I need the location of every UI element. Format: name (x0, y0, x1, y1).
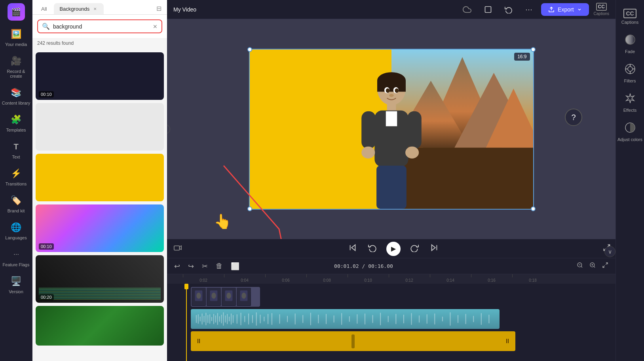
copy-button[interactable]: ⬜ (228, 260, 242, 272)
search-clear-icon[interactable]: ✕ (153, 23, 158, 30)
rotate-button[interactable] (501, 3, 517, 16)
panel-scroll-down[interactable]: ⊟ (154, 3, 164, 14)
bg-track-end-handle[interactable]: ⏸ (503, 338, 512, 345)
audio-track-content (173, 309, 612, 329)
filters-icon (625, 63, 636, 77)
svg-rect-90 (326, 314, 327, 324)
brand-kit-icon: 🏷️ (10, 194, 23, 207)
canvas-handle-br[interactable] (531, 206, 536, 211)
more-options-button[interactable]: ⋯ (521, 3, 536, 16)
bg-track-clip[interactable]: ⏸ ⏸ (191, 331, 515, 351)
svg-rect-74 (237, 314, 237, 324)
right-tool-captions[interactable]: CC Captions (616, 5, 644, 29)
help-button[interactable]: ? (565, 109, 582, 126)
playhead-handle[interactable] (184, 284, 188, 289)
media-item-dark[interactable]: 00:10 (36, 52, 164, 100)
media-item-light[interactable] (36, 103, 164, 151)
sidebar-item-languages[interactable]: 🌐 Languages (0, 217, 32, 244)
tab-close-icon[interactable]: ✕ (92, 6, 98, 12)
timeline-ruler: 0:02 0:04 0:06 0:08 0:10 0:12 0:14 0:16 … (167, 274, 616, 284)
zoom-controls (574, 260, 611, 272)
svg-point-114 (628, 67, 633, 71)
svg-rect-109 (473, 316, 474, 322)
search-input[interactable] (53, 23, 150, 30)
play-button[interactable]: ▶ (386, 242, 401, 256)
sidebar-item-content-library[interactable]: 📚 Content library (0, 82, 32, 109)
captions-tool[interactable]: CC Captions (594, 3, 609, 16)
timeline-area: ↩ ↪ ✂ 🗑 ⬜ 00:01.02 / 00:16.00 (167, 258, 616, 361)
media-item-yellow[interactable] (36, 154, 164, 201)
webcam-button[interactable] (172, 242, 184, 256)
sidebar-item-templates[interactable]: 🧩 Templates (0, 109, 32, 136)
tab-backgrounds[interactable]: Backgrounds ✕ (54, 3, 104, 14)
canvas-handle-tl[interactable] (247, 47, 252, 52)
timeline-tracks: ⏸ ⏸ (167, 284, 616, 361)
timeline-time: 00:01.02 / 00:16.00 (334, 263, 393, 269)
skip-next-button[interactable] (428, 242, 440, 256)
sidebar-item-feature-flags[interactable]: ⋯ Feature Flags (0, 244, 32, 271)
right-tool-captions-label: Captions (621, 20, 638, 25)
right-sidebar: CC Captions Fade Filters Effects Adjust … (616, 0, 644, 361)
sidebar-item-label: Templates (6, 128, 26, 132)
feature-flags-icon: ⋯ (10, 248, 23, 261)
media-preview-light (36, 103, 164, 151)
video-track-clip[interactable] (191, 287, 260, 307)
svg-rect-95 (365, 313, 365, 324)
cut-button[interactable]: ✂ (199, 260, 210, 272)
tab-all[interactable]: All (36, 3, 52, 14)
right-tool-effects[interactable]: Effects (616, 89, 644, 117)
sidebar-item-label: Feature Flags (3, 262, 30, 267)
sidebar-item-brand-kit[interactable]: 🏷️ Brand kit (0, 190, 32, 217)
skip-back-button[interactable] (347, 242, 359, 256)
svg-rect-87 (302, 315, 303, 323)
collapse-panel-button[interactable]: ‹ (167, 124, 170, 134)
media-item-gradient[interactable]: 00:10 (36, 204, 164, 252)
svg-rect-80 (260, 315, 261, 323)
collapse-timeline-button[interactable]: ∨ (604, 246, 616, 257)
version-icon: 🖥️ (10, 275, 23, 288)
main-content: My Video ⋯ Export CC Captions (167, 0, 616, 361)
canvas-handle-tr[interactable] (531, 47, 536, 52)
svg-point-21 (386, 88, 389, 92)
crop-button[interactable] (480, 3, 496, 16)
svg-rect-81 (264, 317, 264, 321)
track-end-handle[interactable] (351, 334, 355, 348)
sidebar-item-transitions[interactable]: ⚡ Transitions (0, 163, 32, 190)
media-preview-dark (36, 52, 164, 100)
zoom-out-button[interactable] (574, 260, 585, 272)
sidebar-item-text[interactable]: T Text (0, 136, 32, 163)
sidebar-item-your-media[interactable]: 🖼️ Your media (0, 24, 32, 51)
app-logo[interactable]: 🎬 (8, 3, 25, 21)
bg-track-lock-button[interactable]: ⏸ (194, 338, 203, 345)
media-preview-gradient (36, 204, 164, 252)
sidebar-item-record-create[interactable]: 🎥 Record & create (0, 51, 32, 82)
svg-rect-79 (256, 312, 257, 325)
rewind-button[interactable] (367, 242, 378, 256)
svg-rect-75 (241, 313, 241, 325)
left-sidebar: 🎬 🖼️ Your media 🎥 Record & create 📚 Cont… (0, 0, 32, 361)
media-item-green[interactable] (36, 306, 164, 346)
forward-button[interactable] (408, 242, 420, 256)
right-tool-adjust-colors[interactable]: Adjust colors (616, 118, 644, 146)
fit-button[interactable] (600, 260, 611, 272)
canvas-handle-bl[interactable] (247, 206, 252, 211)
export-button[interactable]: Export (541, 3, 589, 16)
delete-button[interactable]: 🗑 (213, 260, 225, 272)
audio-track-clip[interactable] (191, 309, 500, 329)
right-tool-fade[interactable]: Fade (616, 30, 644, 58)
redo-button[interactable]: ↪ (186, 260, 196, 272)
undo-button[interactable]: ↩ (172, 260, 182, 272)
current-time: 00:01.02 (334, 263, 359, 269)
playhead[interactable] (186, 284, 187, 361)
svg-rect-68 (223, 312, 224, 325)
svg-rect-103 (427, 314, 427, 324)
sidebar-item-version[interactable]: 🖥️ Version (0, 271, 32, 298)
right-tool-filters[interactable]: Filters (616, 59, 644, 87)
media-item-glitch[interactable]: 00:20 (36, 255, 164, 303)
svg-rect-83 (272, 313, 272, 325)
ruler-mark-7: 0:16 (471, 274, 512, 284)
time-separator: / (362, 263, 369, 269)
media-duration-glitch: 00:20 (39, 294, 54, 300)
zoom-in-button[interactable] (587, 260, 598, 272)
cloud-save-button[interactable] (459, 3, 475, 16)
